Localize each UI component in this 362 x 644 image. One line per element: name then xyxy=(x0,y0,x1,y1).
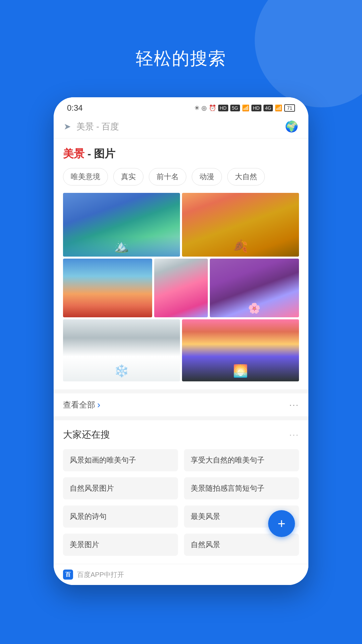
image-grid-row3 xyxy=(63,319,299,381)
search-tag-4[interactable]: 美景随拍感言简短句子 xyxy=(184,477,299,499)
view-all-row[interactable]: 查看全部 › ··· xyxy=(54,393,308,416)
baidu-logo: 百 xyxy=(63,570,73,580)
fab-button[interactable]: + xyxy=(268,510,295,537)
status-bar: 0:34 ✳ ◎ ⏰ HD 5G 📶 HD 4G 📶 71 xyxy=(54,97,308,116)
also-searching-title: 大家还在搜 xyxy=(63,428,110,441)
hd-badge2: HD xyxy=(251,105,261,111)
planet-icon[interactable]: 🌍 xyxy=(285,120,298,133)
view-all-label: 查看全部 xyxy=(63,399,95,410)
view-all-link[interactable]: 查看全部 › xyxy=(63,399,100,410)
search-tag-7[interactable]: 美景图片 xyxy=(63,534,178,556)
tag-3[interactable]: 前十名 xyxy=(149,168,186,185)
also-searching-section: 大家还在搜 ··· 风景如画的唯美句子 享受大自然的唯美句子 自然风景图片 美景… xyxy=(54,420,308,564)
signal-bars: 📶 xyxy=(242,104,249,112)
address-bar[interactable]: ➤ 美景 - 百度 🌍 xyxy=(54,116,308,139)
also-searching-header: 大家还在搜 ··· xyxy=(63,428,299,441)
signal-bars2: 📶 xyxy=(275,104,282,112)
status-icons: ✳ ◎ ⏰ HD 5G 📶 HD 4G 📶 71 xyxy=(194,104,295,112)
tags-row: 唯美意境 真实 前十名 动漫 大自然 xyxy=(63,168,299,185)
title-red: 美景 xyxy=(63,148,84,160)
bottom-hint[interactable]: 百 百度APP中打开 xyxy=(54,564,308,585)
status-time: 0:34 xyxy=(67,103,83,113)
image-grid-row2 xyxy=(63,259,299,317)
view-all-more-icon[interactable]: ··· xyxy=(289,399,299,410)
tag-5[interactable]: 大自然 xyxy=(227,168,265,185)
image-sunset[interactable] xyxy=(63,259,152,317)
4g-badge: 4G xyxy=(263,105,273,111)
image-sunset2[interactable] xyxy=(182,319,299,381)
image-snow[interactable] xyxy=(63,319,180,381)
section-title: 美景 - 图片 xyxy=(63,147,299,161)
search-tag-2[interactable]: 享受大自然的唯美句子 xyxy=(184,449,299,471)
address-text: 美景 - 百度 xyxy=(76,121,280,132)
bottom-hint-text: 百度APP中打开 xyxy=(77,570,124,579)
search-tags-grid: 风景如画的唯美句子 享受大自然的唯美句子 自然风景图片 美景随拍感言简短句子 风… xyxy=(63,449,299,556)
send-icon: ➤ xyxy=(64,121,71,132)
search-tag-3[interactable]: 自然风景图片 xyxy=(63,477,178,499)
view-all-arrow: › xyxy=(97,399,100,410)
image-autumn-road[interactable] xyxy=(182,193,299,257)
signal-icon: ◎ xyxy=(201,104,207,112)
search-tag-5[interactable]: 风景的诗句 xyxy=(63,505,178,528)
tag-2[interactable]: 真实 xyxy=(113,168,143,185)
search-results: 美景 - 图片 唯美意境 真实 前十名 动漫 大自然 xyxy=(54,139,308,585)
battery-icon: 71 xyxy=(284,104,295,112)
image-result-card: 美景 - 图片 唯美意境 真实 前十名 动漫 大自然 xyxy=(54,139,308,389)
image-mountain-lake[interactable] xyxy=(63,193,180,257)
image-flowers[interactable] xyxy=(210,259,299,317)
tag-1[interactable]: 唯美意境 xyxy=(63,168,108,185)
alarm-icon: ⏰ xyxy=(209,104,216,112)
search-tag-1[interactable]: 风景如画的唯美句子 xyxy=(63,449,178,471)
image-grid-row1 xyxy=(63,193,299,257)
phone-mockup: 0:34 ✳ ◎ ⏰ HD 5G 📶 HD 4G 📶 71 ➤ 美景 - 百度 … xyxy=(54,97,308,585)
tag-4[interactable]: 动漫 xyxy=(192,168,222,185)
bluetooth-icon: ✳ xyxy=(194,104,199,112)
also-searching-more-icon[interactable]: ··· xyxy=(289,429,299,440)
image-cherry[interactable] xyxy=(154,259,208,317)
hd-badge: HD xyxy=(218,105,228,111)
title-black: - 图片 xyxy=(84,148,115,160)
5g-badge: 5G xyxy=(230,105,240,111)
